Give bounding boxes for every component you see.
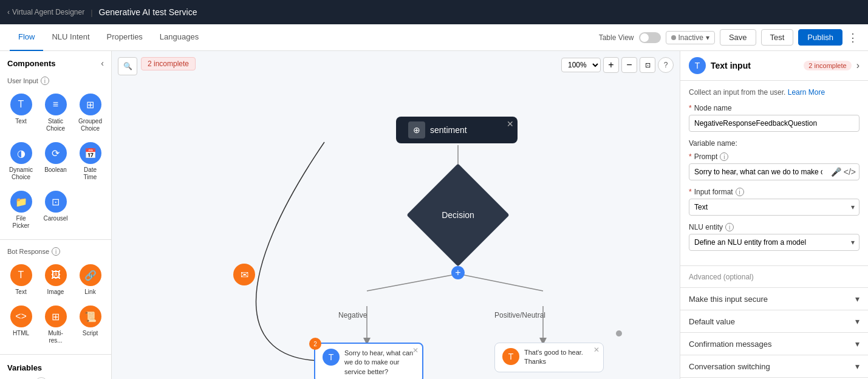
input-format-field-label: * Input format i — [689, 188, 859, 196]
prompt-code-icon-button[interactable]: </> — [844, 167, 856, 177]
variables-header: Variables — [7, 363, 104, 372]
make-secure-row[interactable]: Make this input secure ▾ — [680, 287, 868, 310]
sorry-message-node[interactable]: 2 ✕ T Sorry to hear, what can we do to m… — [314, 343, 423, 379]
zoom-out-button[interactable]: − — [621, 57, 637, 73]
prompt-voice-icon-button[interactable]: 🎤 — [831, 167, 841, 177]
user-input-info-icon[interactable]: i — [41, 77, 49, 85]
component-file-picker[interactable]: 📁 File Picker — [5, 187, 37, 233]
sorry-message-text: Sorry to hear, what can we do to make ou… — [344, 349, 415, 377]
date-time-label: Date Time — [77, 166, 104, 181]
status-badge[interactable]: Inactive ▾ — [666, 31, 715, 44]
topbar-divider: | — [91, 8, 92, 17]
component-image[interactable]: 🖼 Image — [39, 261, 72, 299]
topbar: ‹ Virtual Agent Designer | Generative AI… — [0, 0, 868, 24]
carousel-icon: ⊡ — [45, 191, 67, 213]
advanced-section: Advanced (optional) — [680, 265, 868, 287]
advanced-label: Advanced (optional) — [689, 273, 754, 281]
canvas-search-box[interactable]: 🔍 — [118, 57, 137, 75]
collapse-sidebar-button[interactable]: ‹ — [101, 58, 104, 68]
node-name-field-label: * Node name — [689, 104, 859, 112]
thanks-message-close-icon[interactable]: ✕ — [593, 346, 600, 354]
component-static-choice[interactable]: ≡ Static Choice — [39, 90, 72, 136]
prompt-icons: 🎤 </> — [831, 167, 856, 177]
sentiment-close-icon[interactable]: ✕ — [507, 119, 514, 129]
flow-canvas[interactable]: 2 incomplete 🔍 100% 75% 50% 150% + − ⊡ ? — [112, 51, 680, 379]
cursor — [616, 330, 622, 336]
prompt-info-icon[interactable]: i — [720, 152, 728, 161]
make-secure-label: Make this input secure — [689, 295, 768, 304]
node-name-input[interactable] — [689, 115, 859, 132]
default-value-chevron-icon: ▾ — [855, 316, 859, 326]
publish-button[interactable]: Publish — [798, 29, 842, 46]
panel-header: T Text input 2 incomplete › — [680, 51, 868, 81]
nlu-entity-select-wrapper: Define an NLU entity from a model ▾ — [689, 234, 859, 251]
decision-node[interactable]: Decision — [422, 179, 494, 251]
multi-res-label: Multi-res... — [42, 330, 69, 344]
component-multi-res[interactable]: ⊞ Multi-res... — [39, 302, 72, 348]
prompt-field-label: * Prompt i — [689, 152, 859, 161]
sentiment-node[interactable]: ✕ ⊕ sentiment — [396, 117, 518, 143]
confirmation-messages-row[interactable]: Confirmation messages ▾ — [680, 332, 868, 355]
zoom-select[interactable]: 100% 75% 50% 150% — [561, 58, 601, 72]
carousel-label: Carousel — [43, 215, 67, 222]
drag-handle[interactable]: ✉ — [233, 264, 255, 285]
zoom-in-button[interactable]: + — [603, 57, 619, 73]
thanks-message-node[interactable]: ✕ T That's good to hear. Thanks — [494, 343, 604, 372]
incomplete-badge: 2 incomplete — [141, 57, 196, 70]
panel-incomplete-tag: 2 incomplete — [804, 61, 851, 70]
component-bot-text[interactable]: T Text — [5, 261, 37, 299]
html-label: HTML — [13, 330, 29, 337]
sidebar-divider-1 — [0, 239, 111, 240]
input-format-select-wrapper: Text Number Email Date Phone ▾ — [689, 199, 859, 216]
nlu-entity-info-icon[interactable]: i — [725, 223, 734, 231]
tab-properties[interactable]: Properties — [98, 24, 151, 51]
component-html[interactable]: <> HTML — [5, 302, 37, 348]
canvas-help-button[interactable]: ? — [658, 57, 674, 73]
learn-more-link[interactable]: Learn More — [788, 88, 825, 97]
component-dynamic-choice[interactable]: ◑ Dynamic Choice — [5, 138, 37, 185]
input-format-info-icon[interactable]: i — [736, 188, 744, 196]
static-choice-label: Static Choice — [42, 118, 69, 132]
component-script[interactable]: 📜 Script — [74, 302, 106, 348]
dynamic-choice-icon: ◑ — [10, 142, 32, 164]
input-format-select[interactable]: Text Number Email Date Phone — [689, 199, 859, 216]
panel-body: Collect an input from the user. Learn Mo… — [680, 81, 868, 265]
fit-screen-button[interactable]: ⊡ — [640, 57, 655, 73]
svg-line-3 — [458, 274, 543, 291]
nav-tabs: Flow NLU Intent Properties Languages — [10, 24, 599, 51]
sentiment-node-label: sentiment — [430, 125, 467, 135]
grouped-choice-label: Grouped Choice — [77, 118, 104, 132]
back-button[interactable]: ‹ Virtual Agent Designer — [7, 8, 84, 16]
nlu-entity-select[interactable]: Define an NLU entity from a model — [689, 234, 859, 251]
status-dot — [671, 35, 676, 40]
node-number-badge: 2 — [309, 338, 321, 350]
text-icon: T — [10, 94, 32, 115]
confirmation-messages-chevron-icon: ▾ — [855, 339, 859, 349]
component-date-time[interactable]: 📅 Date Time — [74, 138, 106, 185]
more-button[interactable]: ⋮ — [847, 31, 858, 44]
component-text[interactable]: T Text — [5, 90, 37, 136]
save-button[interactable]: Save — [720, 29, 756, 46]
conversation-switching-row[interactable]: Conversation switching ▾ — [680, 355, 868, 377]
bot-text-icon: T — [10, 264, 32, 286]
canvas-zoom-controls: 100% 75% 50% 150% + − ⊡ ? — [561, 57, 674, 73]
tab-nlu-intent[interactable]: NLU Intent — [43, 24, 98, 51]
component-link[interactable]: 🔗 Link — [74, 261, 106, 299]
panel-expand-button[interactable]: › — [856, 60, 859, 71]
component-grouped-choice[interactable]: ⊞ Grouped Choice — [74, 90, 106, 136]
bot-response-info-icon[interactable]: i — [52, 247, 60, 256]
sorry-message-close-icon[interactable]: ✕ — [412, 346, 419, 355]
add-branch-button[interactable]: + — [451, 266, 465, 279]
tab-flow[interactable]: Flow — [10, 24, 43, 51]
test-button[interactable]: Test — [761, 29, 794, 46]
table-view-toggle[interactable] — [639, 32, 661, 43]
sidebar-divider-2 — [0, 354, 111, 355]
default-value-row[interactable]: Default value ▾ — [680, 310, 868, 332]
panel-node-icon: T — [689, 57, 706, 74]
text-label: Text — [15, 118, 26, 125]
component-carousel[interactable]: ⊡ Carousel — [39, 187, 72, 233]
component-boolean[interactable]: ⟳ Boolean — [39, 138, 72, 185]
dynamic-choice-label: Dynamic Choice — [7, 166, 35, 181]
variables-section: Variables Input i + error 👁 errorcode 👁 — [0, 358, 111, 379]
tab-languages[interactable]: Languages — [151, 24, 207, 51]
